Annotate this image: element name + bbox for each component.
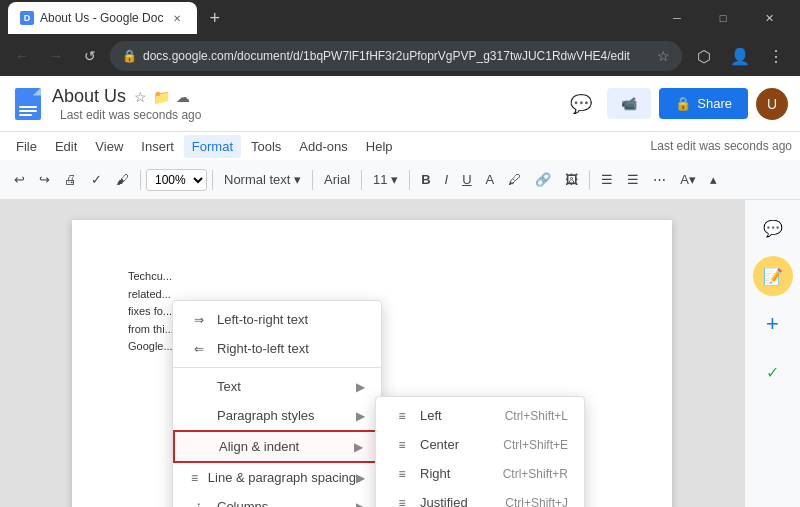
add-comment-button[interactable]: 💬 xyxy=(753,208,793,248)
format-paragraph[interactable]: Paragraph styles ▶ xyxy=(173,401,381,430)
menu-addons[interactable]: Add-ons xyxy=(291,135,355,158)
share-button[interactable]: 🔒 Share xyxy=(659,88,748,119)
menu-format[interactable]: Format xyxy=(184,135,241,158)
add-button[interactable]: + xyxy=(753,304,793,344)
font-button[interactable]: Arial xyxy=(318,166,356,194)
extensions-icon[interactable]: ⬡ xyxy=(688,40,720,72)
paragraph-label: Paragraph styles xyxy=(217,408,356,423)
highlight-button[interactable]: 🖊 xyxy=(502,166,527,194)
docs-logo-icon xyxy=(15,88,41,120)
styles-button[interactable]: Normal text ▾ xyxy=(218,166,307,194)
paint-button[interactable]: 🖌 xyxy=(110,166,135,194)
text-direction-button[interactable]: A▾ xyxy=(674,166,702,194)
align-justified-label: Justified xyxy=(420,495,485,507)
folder-doc-icon[interactable]: 📁 xyxy=(153,89,170,105)
title-bar: D About Us - Google Doc ✕ + ─ □ ✕ xyxy=(0,0,800,36)
docs-area: About Us ☆ 📁 ☁ Last edit was seconds ago… xyxy=(0,76,800,507)
menu-view[interactable]: View xyxy=(87,135,131,158)
bookmark-icon[interactable]: ☆ xyxy=(657,48,670,64)
format-rtl[interactable]: ⇐ Right-to-left text xyxy=(173,334,381,363)
menu-insert[interactable]: Insert xyxy=(133,135,182,158)
star-doc-icon[interactable]: ☆ xyxy=(134,89,147,105)
cloud-doc-icon[interactable]: ☁ xyxy=(176,89,190,105)
active-tab[interactable]: D About Us - Google Doc ✕ xyxy=(8,2,197,34)
redo-button[interactable]: ↪ xyxy=(33,166,56,194)
print-button[interactable]: 🖨 xyxy=(58,166,83,194)
content-area: Techcu... related... fixes fo... from th… xyxy=(0,200,800,507)
docs-logo xyxy=(12,86,44,122)
url-bar[interactable]: 🔒 docs.google.com/document/d/1bqPW7lF1fH… xyxy=(110,41,682,71)
align-button[interactable]: ☰ xyxy=(595,166,619,194)
link-button[interactable]: 🔗 xyxy=(529,166,557,194)
account-icon[interactable]: 👤 xyxy=(724,40,756,72)
zoom-select[interactable]: 100% 75% 125% xyxy=(146,169,207,191)
align-center-label: Center xyxy=(420,437,483,452)
docs-toolbar: ↩ ↪ 🖨 ✓ 🖌 100% 75% 125% Normal text ▾ Ar… xyxy=(0,160,800,200)
bold-button[interactable]: B xyxy=(415,166,436,194)
align-arrow: ▶ xyxy=(354,440,363,454)
spell-button[interactable]: ✓ xyxy=(85,166,108,194)
linespace-button[interactable]: ☰ xyxy=(621,166,645,194)
doc-title-area: About Us ☆ 📁 ☁ Last edit was seconds ago xyxy=(52,86,555,122)
font-size-button[interactable]: 11 ▾ xyxy=(367,166,404,194)
align-center[interactable]: ≡ Center Ctrl+Shift+E xyxy=(376,430,584,459)
align-justified-icon: ≡ xyxy=(392,496,412,508)
align-right[interactable]: ≡ Right Ctrl+Shift+R xyxy=(376,459,584,488)
italic-button[interactable]: I xyxy=(439,166,455,194)
text-label: Text xyxy=(217,379,356,394)
toolbar-divider-1 xyxy=(140,170,141,190)
toolbar-divider-5 xyxy=(409,170,410,190)
align-label: Align & indent xyxy=(219,439,354,454)
reload-button[interactable]: ↺ xyxy=(76,42,104,70)
underline-button[interactable]: U xyxy=(456,166,477,194)
format-ltr[interactable]: ⇒ Left-to-right text xyxy=(173,305,381,334)
minimize-button[interactable]: ─ xyxy=(654,0,700,36)
tab-title: About Us - Google Doc xyxy=(40,11,163,25)
save-status: Last edit was seconds ago xyxy=(60,108,201,122)
image-button[interactable]: 🖼 xyxy=(559,166,584,194)
close-button[interactable]: ✕ xyxy=(746,0,792,36)
paragraph-arrow: ▶ xyxy=(356,409,365,423)
align-center-icon: ≡ xyxy=(392,438,412,452)
align-left-icon: ≡ xyxy=(392,409,412,423)
more-button[interactable]: ⋯ xyxy=(647,166,672,194)
share-label: Share xyxy=(697,96,732,111)
new-tab-button[interactable]: + xyxy=(205,8,224,29)
menu-edit[interactable]: Edit xyxy=(47,135,85,158)
align-justified[interactable]: ≡ Justified Ctrl+Shift+J xyxy=(376,488,584,507)
forward-button[interactable]: → xyxy=(42,42,70,70)
user-avatar[interactable]: U xyxy=(756,88,788,120)
toolbar-divider-3 xyxy=(312,170,313,190)
doc-title-icons: ☆ 📁 ☁ xyxy=(134,89,190,105)
toolbar-divider-2 xyxy=(212,170,213,190)
doc-title[interactable]: About Us xyxy=(52,86,126,107)
align-right-shortcut: Ctrl+Shift+R xyxy=(503,467,568,481)
undo-button[interactable]: ↩ xyxy=(8,166,31,194)
comments-button[interactable]: 💬 xyxy=(563,86,599,122)
ltr-icon: ⇒ xyxy=(189,313,209,327)
rtl-icon: ⇐ xyxy=(189,342,209,356)
note-button[interactable]: 📝 xyxy=(753,256,793,296)
format-align[interactable]: Align & indent ▶ xyxy=(173,430,381,463)
docs-menubar: File Edit View Insert Format Tools Add-o… xyxy=(0,132,800,160)
format-linespace[interactable]: ≡ Line & paragraph spacing ▶ xyxy=(173,463,381,492)
meet-button[interactable]: 📹 xyxy=(607,88,651,119)
back-button[interactable]: ← xyxy=(8,42,36,70)
color-button[interactable]: A xyxy=(480,166,501,194)
menu-help[interactable]: Help xyxy=(358,135,401,158)
collapse-toolbar-button[interactable]: ▴ xyxy=(704,166,723,194)
maximize-button[interactable]: □ xyxy=(700,0,746,36)
tab-close-button[interactable]: ✕ xyxy=(169,10,185,26)
url-text: docs.google.com/document/d/1bqPW7lF1fHF3… xyxy=(143,49,651,63)
align-left[interactable]: ≡ Left Ctrl+Shift+L xyxy=(376,401,584,430)
menu-icon[interactable]: ⋮ xyxy=(760,40,792,72)
menu-file[interactable]: File xyxy=(8,135,45,158)
align-left-shortcut: Ctrl+Shift+L xyxy=(505,409,568,423)
menu-tools[interactable]: Tools xyxy=(243,135,289,158)
docs-logo-fold xyxy=(33,88,41,96)
format-dropdown: ⇒ Left-to-right text ⇐ Right-to-left tex… xyxy=(172,300,382,507)
meet-icon: 📹 xyxy=(621,96,637,111)
format-text[interactable]: Text ▶ xyxy=(173,372,381,401)
format-columns[interactable]: ⫶ Columns ▶ xyxy=(173,492,381,507)
check-button[interactable]: ✓ xyxy=(753,352,793,392)
